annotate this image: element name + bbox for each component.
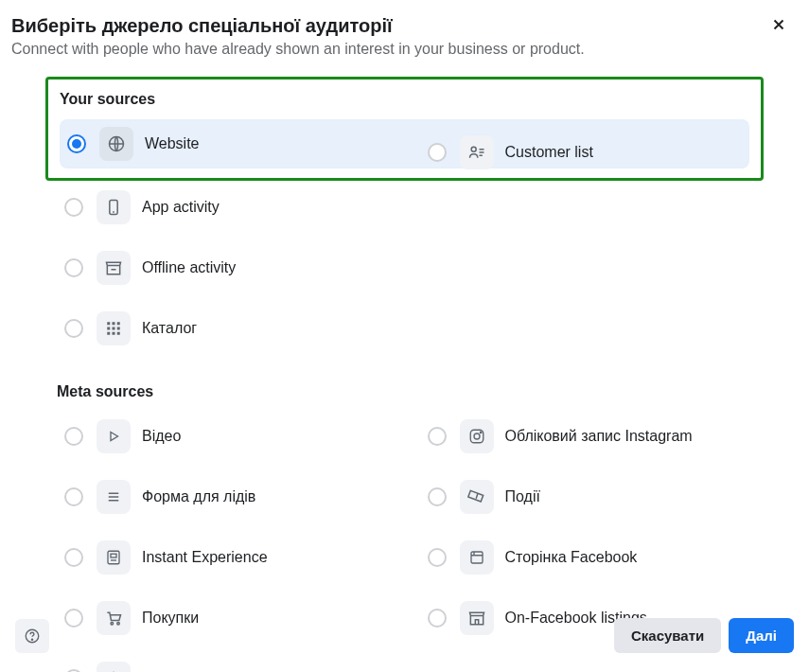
radio-events[interactable] bbox=[428, 487, 447, 506]
radio-video[interactable] bbox=[64, 427, 83, 446]
option-label: Каталог bbox=[142, 320, 197, 337]
option-label: Форма для лідів bbox=[142, 488, 255, 505]
radio-lead-form[interactable] bbox=[64, 487, 83, 506]
your-sources-grid: Customer list App activity Offline activ… bbox=[57, 183, 752, 353]
source-option-offline-activity[interactable]: Offline activity bbox=[57, 243, 390, 292]
source-option-app-activity[interactable]: App activity bbox=[57, 183, 390, 232]
form-icon bbox=[97, 480, 131, 514]
svg-rect-4 bbox=[113, 322, 115, 325]
customer-list-icon bbox=[460, 135, 494, 169]
svg-rect-11 bbox=[117, 332, 120, 335]
dialog-subtitle: Connect with people who have already sho… bbox=[11, 41, 798, 58]
close-button[interactable] bbox=[767, 13, 790, 36]
radio-instant-experience[interactable] bbox=[64, 548, 83, 567]
radio-facebook-page[interactable] bbox=[428, 548, 447, 567]
radio-instagram[interactable] bbox=[428, 427, 447, 446]
option-label: App activity bbox=[142, 199, 220, 216]
dialog-content: Your sources Website Customer list bbox=[0, 77, 809, 672]
instagram-icon bbox=[460, 419, 494, 453]
radio-offline-activity[interactable] bbox=[64, 258, 83, 277]
dialog-footer: Скасувати Далі bbox=[0, 609, 809, 663]
meta-sources-title: Meta sources bbox=[57, 383, 752, 400]
radio-catalog[interactable] bbox=[64, 319, 83, 338]
cancel-button[interactable]: Скасувати bbox=[614, 618, 721, 653]
radio-customer-list[interactable] bbox=[428, 143, 447, 162]
source-option-events[interactable]: Події bbox=[420, 472, 753, 522]
svg-rect-3 bbox=[107, 322, 110, 325]
source-option-instagram[interactable]: Обліковий запис Instagram bbox=[420, 412, 753, 461]
option-label: Відео bbox=[142, 428, 181, 445]
dialog-header: Виберіть джерело спеціальної аудиторії C… bbox=[0, 0, 809, 58]
source-option-instant-experience[interactable]: Instant Experience bbox=[57, 533, 390, 582]
option-label: Website bbox=[145, 135, 200, 152]
your-sources-title: Your sources bbox=[60, 91, 749, 108]
option-label: Instant Experience bbox=[142, 549, 268, 566]
page-icon bbox=[460, 540, 494, 575]
svg-point-21 bbox=[31, 639, 32, 640]
source-option-video[interactable]: Відео bbox=[57, 412, 390, 461]
dialog-title: Виберіть джерело спеціальної аудиторії bbox=[11, 15, 798, 37]
source-option-customer-list[interactable]: Customer list bbox=[420, 128, 753, 177]
svg-rect-6 bbox=[107, 327, 110, 330]
svg-rect-16 bbox=[111, 554, 116, 557]
play-icon bbox=[97, 419, 131, 453]
option-label: Customer list bbox=[505, 144, 593, 161]
svg-point-14 bbox=[480, 432, 482, 433]
instant-experience-icon bbox=[97, 540, 131, 575]
next-button[interactable]: Далі bbox=[729, 618, 794, 653]
catalog-icon bbox=[97, 311, 131, 345]
help-button[interactable] bbox=[15, 619, 49, 653]
close-icon bbox=[770, 16, 787, 33]
source-option-facebook-page[interactable]: Сторінка Facebook bbox=[420, 533, 753, 582]
option-label: Обліковий запис Instagram bbox=[505, 428, 693, 445]
svg-rect-10 bbox=[113, 332, 115, 335]
radio-website[interactable] bbox=[67, 134, 86, 153]
svg-rect-5 bbox=[117, 322, 120, 325]
globe-icon bbox=[99, 127, 133, 161]
option-label: Offline activity bbox=[142, 259, 236, 276]
ticket-icon bbox=[460, 480, 494, 514]
svg-rect-7 bbox=[113, 327, 115, 330]
store-icon bbox=[97, 251, 131, 285]
help-icon bbox=[24, 628, 41, 645]
svg-rect-9 bbox=[107, 332, 110, 335]
svg-point-13 bbox=[474, 433, 480, 439]
svg-rect-8 bbox=[117, 327, 120, 330]
svg-point-1 bbox=[471, 147, 476, 151]
option-label: Сторінка Facebook bbox=[505, 549, 638, 566]
source-option-lead-form[interactable]: Форма для лідів bbox=[57, 472, 390, 522]
option-label: Події bbox=[505, 488, 540, 505]
radio-app-activity[interactable] bbox=[64, 198, 83, 217]
phone-icon bbox=[97, 190, 131, 224]
source-option-catalog[interactable]: Каталог bbox=[57, 304, 390, 353]
ar-icon bbox=[97, 662, 131, 672]
svg-rect-17 bbox=[471, 552, 483, 563]
